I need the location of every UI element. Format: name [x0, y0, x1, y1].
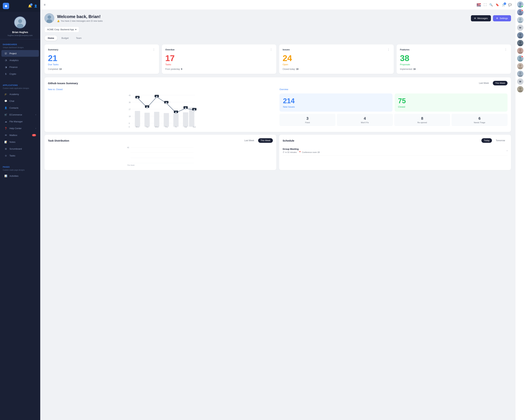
activities-icon: 📊: [4, 174, 7, 177]
sidebar-item-mailbox[interactable]: ✉ Mailbox 27: [1, 132, 39, 139]
sidebar-item-chat[interactable]: 💬 Chat: [1, 98, 39, 104]
github-last-week-button[interactable]: Last Week: [477, 81, 491, 85]
closed-card: 75 Closed: [395, 93, 508, 112]
schedule-tomorrow-button[interactable]: Tomorrow: [493, 138, 507, 143]
task-dist-last-week[interactable]: Last Week: [242, 138, 257, 143]
sidebar-item-crypto[interactable]: $ Crypto: [1, 71, 39, 77]
github-week-toggle: Last Week This Week: [477, 81, 507, 85]
tab-budget[interactable]: Budget: [58, 35, 72, 41]
task-dist-this-week[interactable]: This Week: [258, 138, 273, 143]
settings-button[interactable]: ⚙ Settings: [493, 15, 511, 21]
sidebar-item-label: Activities: [9, 175, 18, 177]
fullscreen-button[interactable]: ⛶: [484, 3, 487, 7]
chat-button[interactable]: 💬: [508, 3, 512, 7]
app-logo: ◆: [3, 3, 9, 9]
svg-text:Wed: Wed: [155, 126, 158, 128]
svg-text:18: 18: [129, 115, 131, 117]
summary-card-issues: Issues ⋮ 24 Open Closed today: 19: [279, 45, 394, 74]
card-detail: From yesterday: 9: [165, 68, 273, 70]
right-avatar-8[interactable]: [517, 63, 524, 69]
svg-text:27: 27: [129, 109, 131, 111]
github-section-header: Github Issues Summary Last Week This Wee…: [48, 81, 507, 85]
language-selector[interactable]: 🇺🇸: [477, 3, 481, 6]
right-avatar-5[interactable]: [517, 40, 524, 46]
cart-badge: 5: [504, 2, 506, 5]
reopened-number: 8: [397, 116, 448, 121]
sidebar-item-label: Help Center: [9, 127, 21, 130]
sidebar-item-analytics[interactable]: ◔ Analytics: [1, 57, 39, 64]
svg-point-65: [519, 18, 522, 20]
overview-label: Overview: [280, 88, 507, 91]
svg-point-2: [17, 24, 23, 28]
user-icon[interactable]: 👤: [34, 4, 38, 8]
mailbox-icon: ✉: [4, 133, 7, 137]
new-issues-number: 214: [283, 97, 389, 105]
sidebar-item-project[interactable]: ☑ Project: [1, 50, 39, 57]
cart-button[interactable]: 🛒 5: [502, 3, 506, 7]
svg-rect-18: [145, 113, 150, 127]
sidebar-item-label: Tasks: [9, 154, 15, 157]
sidebar-item-activities[interactable]: 📊 Activities: [1, 173, 39, 179]
right-avatar-1[interactable]: [517, 1, 524, 8]
chevron-right-icon[interactable]: ›: [507, 149, 507, 152]
right-sidebar: M M: [515, 0, 525, 420]
chat-icon: 💬: [4, 99, 7, 103]
sidebar-item-filemanager[interactable]: ☁ File Manager: [1, 118, 39, 125]
project-selector[interactable]: ACME Corp. Backend App ▾: [45, 27, 79, 32]
menu-toggle[interactable]: ≡: [44, 3, 46, 7]
sidebar-item-label: Notes: [9, 141, 15, 143]
task-dist-header: Task Distribution Last Week This Week: [48, 138, 273, 143]
card-menu-button[interactable]: ⋮: [152, 48, 156, 51]
sidebar-item-scrumboard[interactable]: ⊞ Scrumboard: [1, 145, 39, 152]
card-label: Due Tasks: [48, 63, 156, 66]
right-avatar-m2[interactable]: M: [517, 78, 524, 85]
sidebar-header-icons: 🔔 3 👤: [28, 4, 38, 8]
bookmark-button[interactable]: 🔖: [496, 3, 499, 7]
svg-point-43: [185, 108, 186, 109]
right-avatar-10[interactable]: [517, 86, 524, 93]
closed-number: 75: [398, 97, 504, 105]
fixed-label: Fixed: [282, 121, 333, 123]
sidebar-item-label: Mailbox: [9, 134, 17, 137]
sidebar-item-notes[interactable]: 📝 Notes: [1, 139, 39, 145]
messages-button[interactable]: ✉ Messages: [471, 15, 491, 21]
sidebar-item-ecommerce[interactable]: 🛒 ECommerce ›: [1, 111, 39, 118]
nav-section-sub-dashboards: Unique dashboard designs: [0, 46, 40, 50]
svg-text:40: 40: [127, 147, 129, 149]
ecommerce-icon: 🛒: [4, 113, 7, 116]
right-avatar-2[interactable]: [517, 9, 524, 15]
schedule-title: Schedule: [283, 139, 294, 142]
search-button[interactable]: 🔍: [489, 3, 493, 7]
svg-text:This Week: This Week: [127, 164, 135, 166]
profile-section: Brian Hughes hughes.brian@company.com: [0, 12, 40, 39]
github-chart-section: New vs. Closed 45 36 27 18 9 0: [48, 88, 276, 129]
right-avatar-9[interactable]: [517, 71, 524, 77]
sidebar-item-helpcenter[interactable]: ❓ Help Center ›: [1, 125, 39, 131]
welcome-left: Welcome back, Brian! 🔔 You have 2 new me…: [45, 13, 103, 23]
card-label: Open: [283, 63, 390, 66]
card-menu-button[interactable]: ⋮: [387, 48, 390, 51]
right-avatar-3[interactable]: [517, 17, 524, 23]
summary-card-summary: Summary ⋮ 21 Due Tasks Completed: 13: [45, 45, 159, 74]
card-menu-button[interactable]: ⋮: [270, 48, 273, 51]
right-avatar-7[interactable]: [517, 55, 524, 62]
sidebar-item-academy[interactable]: 🎓 Academy: [1, 91, 39, 97]
schedule-today-button[interactable]: Today: [481, 138, 492, 143]
svg-point-68: [519, 33, 522, 36]
right-avatar-m1[interactable]: M: [517, 25, 524, 31]
tab-team[interactable]: Team: [73, 35, 85, 41]
nav-section-sub-applications: Custom made application designs: [0, 87, 40, 91]
right-avatar-4[interactable]: [517, 32, 524, 38]
sidebar-item-contacts[interactable]: 👤 Contacts: [1, 104, 39, 111]
sidebar-item-finance[interactable]: ◑ Finance: [1, 64, 39, 70]
svg-text:Thu: Thu: [165, 126, 168, 128]
sidebar-item-tasks[interactable]: ⊙ Tasks: [1, 152, 39, 159]
notifications-button[interactable]: 🔔 3: [28, 4, 32, 8]
right-avatar-6[interactable]: [517, 48, 524, 54]
welcome-subtitle: 🔔 You have 2 new messages and 15 new tas…: [57, 20, 103, 22]
filemanager-icon: ☁: [4, 120, 7, 123]
tab-home[interactable]: Home: [45, 35, 57, 41]
sidebar-item-label: Finance: [9, 66, 18, 68]
card-menu-button[interactable]: ⋮: [504, 48, 507, 51]
github-this-week-button[interactable]: This Week: [493, 81, 507, 85]
